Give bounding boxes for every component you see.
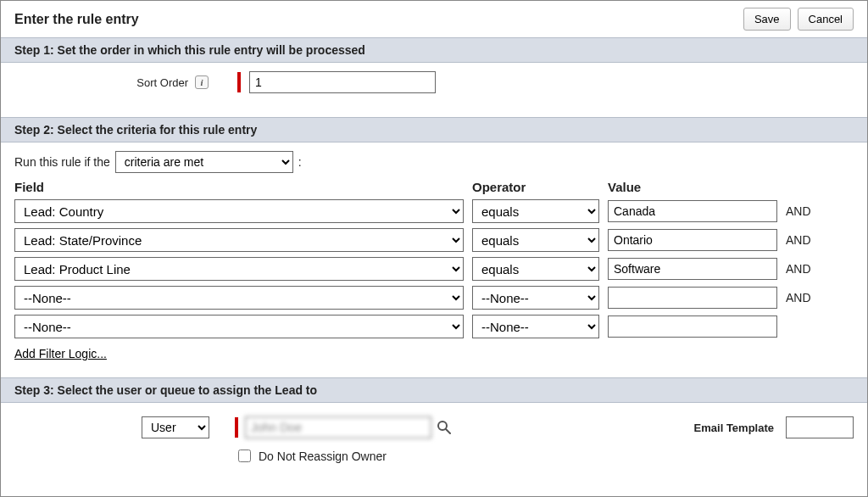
page-container: Enter the rule entry Save Cancel Step 1:… <box>0 0 868 497</box>
header: Enter the rule entry Save Cancel <box>1 1 867 37</box>
do-not-reassign-label: Do Not Reassign Owner <box>259 450 387 463</box>
field-column-header: Field <box>14 180 464 194</box>
criteria-row: Lead: Country equals AND <box>14 199 854 223</box>
and-label: AND <box>786 233 820 247</box>
and-label: AND <box>786 204 820 218</box>
operator-select[interactable]: equals <box>472 199 599 223</box>
run-rule-prefix: Run this rule if the <box>14 155 110 169</box>
sort-order-input[interactable] <box>249 71 436 93</box>
run-rule-suffix: : <box>298 155 302 169</box>
cancel-button[interactable]: Cancel <box>798 8 854 31</box>
required-indicator <box>235 417 238 438</box>
do-not-reassign-checkbox[interactable] <box>238 450 251 462</box>
step2-body: Run this rule if the criteria are met : … <box>1 142 867 377</box>
info-icon[interactable]: i <box>195 75 209 89</box>
value-column-header: Value <box>608 180 777 194</box>
criteria-row: --None-- --None-- AND <box>14 286 854 310</box>
sort-order-label: Sort Order <box>14 76 188 89</box>
and-label: AND <box>786 262 820 276</box>
field-select[interactable]: --None-- <box>14 315 464 338</box>
step1-header: Step 1: Set the order in which this rule… <box>1 37 867 63</box>
assignee-input[interactable] <box>245 416 431 438</box>
criteria-mode-select[interactable]: criteria are met <box>115 151 293 173</box>
step3-header: Step 3: Select the user or queue to assi… <box>1 377 867 403</box>
value-input[interactable] <box>608 200 777 222</box>
value-input[interactable] <box>608 258 777 280</box>
add-filter-logic-link[interactable]: Add Filter Logic... <box>14 347 107 360</box>
value-input[interactable] <box>608 287 777 309</box>
operator-select[interactable]: --None-- <box>472 286 599 310</box>
do-not-reassign-row: Do Not Reassign Owner <box>235 447 854 465</box>
step1-body: Sort Order i <box>1 63 867 117</box>
operator-select[interactable]: equals <box>472 257 599 281</box>
save-button[interactable]: Save <box>743 8 791 31</box>
field-select[interactable]: Lead: Country <box>14 199 464 223</box>
page-title: Enter the rule entry <box>14 12 139 27</box>
email-template-input[interactable] <box>786 416 854 438</box>
value-input[interactable] <box>608 229 777 251</box>
value-input[interactable] <box>608 316 777 338</box>
assignee-type-select[interactable]: User <box>142 416 209 438</box>
and-label: AND <box>786 291 820 304</box>
field-select[interactable]: --None-- <box>14 286 464 310</box>
operator-select[interactable]: --None-- <box>472 315 599 338</box>
criteria-header-row: Field Operator Value <box>14 180 854 194</box>
operator-column-header: Operator <box>472 180 599 194</box>
lookup-icon[interactable] <box>437 420 452 435</box>
header-buttons: Save Cancel <box>743 8 854 31</box>
assign-row: User Email Template <box>14 416 854 438</box>
criteria-row: Lead: Product Line equals AND <box>14 257 854 281</box>
svg-line-1 <box>446 429 450 433</box>
criteria-row: --None-- --None-- <box>14 315 854 338</box>
criteria-row: Lead: State/Province equals AND <box>14 228 854 252</box>
field-select[interactable]: Lead: Product Line <box>14 257 464 281</box>
criteria-table: Field Operator Value Lead: Country equal… <box>14 180 854 338</box>
required-indicator <box>237 72 241 92</box>
step3-body: User Email Template Do Not Reassign Owne… <box>1 403 867 482</box>
field-select[interactable]: Lead: State/Province <box>14 228 464 252</box>
step2-header: Step 2: Select the criteria for this rul… <box>1 117 867 142</box>
operator-select[interactable]: equals <box>472 228 599 252</box>
run-rule-row: Run this rule if the criteria are met : <box>14 151 854 173</box>
sort-order-row: Sort Order i <box>14 71 854 93</box>
email-template-label: Email Template <box>694 422 781 434</box>
